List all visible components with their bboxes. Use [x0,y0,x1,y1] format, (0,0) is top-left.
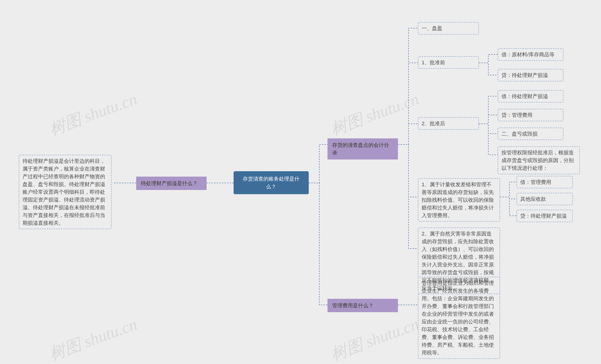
leaf-after-approval: 2、批准后 [418,117,479,130]
leaf-credit-pending-2: 贷：待处理财产损溢 [517,210,573,222]
leaf-shortage-heading: 二、盘亏或毁损 [498,128,563,140]
leaf-debit-pending: 借：待处理财产损溢 [498,90,563,103]
watermark: 树图 shutu.cn [328,313,422,364]
leaf-admin-expense-desc: 管理费用是指企业为组织和管理企业生产经营所发生的各项费用。包括：企业筹建期间发生… [418,277,500,359]
branch-pending-property[interactable]: 待处理财产损溢是什么？ [136,177,207,190]
leaf-pending-property-desc: 待处理财产损溢是会计里边的科目，属于资产类账户，核算企业在清查财产过程中已经查明… [19,155,111,229]
watermark: 树图 shutu.cn [46,88,140,141]
watermark: 树图 shutu.cn [328,88,422,141]
branch-inventory-entries[interactable]: 存货的清查盘点的会计分录 [328,138,398,160]
root-node[interactable]: 存货清查的账务处理是什么？ [234,171,309,194]
leaf-before-approval: 1、批准前 [418,56,479,69]
leaf-surplus-heading: 一、盘盈 [418,22,479,35]
branch-admin-expense[interactable]: 管理费用是什么？ [328,299,398,312]
leaf-debit-raw-materials: 借：原材料/库存商品等 [498,48,563,61]
leaf-approval-instruction: 按管理权限报经批准后，根据造成存货盘亏或毁损的原因，分别以下情况进行处理： [498,146,580,174]
leaf-credit-pending: 贷：待处理财产损溢 [498,69,563,81]
leaf-debit-admin-exp: 借：管理费用 [517,176,573,188]
leaf-credit-admin-exp: 贷：管理费用 [498,109,563,121]
mindmap-canvas: 树图 shutu.cn 树图 shutu.cn 树图 shutu.cn 树图 s… [0,0,601,364]
leaf-measurement-error: 1、属于计量收发差错和管理不善等原因造成的存货短缺，应先扣除残料价值、可以收回的… [418,178,500,222]
leaf-other-receivables: 其他应收款 [517,193,573,205]
watermark: 树图 shutu.cn [46,313,140,364]
